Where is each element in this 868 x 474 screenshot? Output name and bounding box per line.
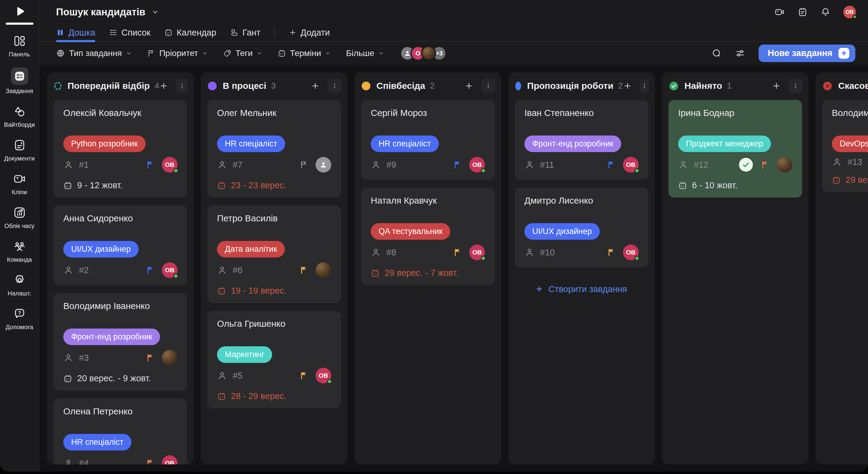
tab-gantt[interactable]: Гант <box>230 24 261 41</box>
sidebar-item-time-tracking[interactable]: Облік часу <box>0 205 39 230</box>
column-menu-button[interactable] <box>789 78 803 93</box>
role-tag: UI/UX дизайнер <box>524 223 600 240</box>
filter-label: Більше <box>346 48 374 58</box>
chevron-down-icon <box>256 50 262 56</box>
priority-flag-icon <box>147 49 155 58</box>
column-menu-button[interactable] <box>176 78 188 93</box>
filter-tags[interactable]: Теги <box>223 48 262 58</box>
status-icon-open <box>54 82 61 90</box>
card-meta-actions: ОВ <box>607 244 639 260</box>
tab-list[interactable]: Список <box>109 24 151 41</box>
task-card[interactable]: Олексій КовальчукPython розробник#1ОВ9 -… <box>54 100 187 198</box>
priority-flag-icon <box>607 160 616 169</box>
task-card[interactable]: Володимир ІваненкоФронт-енд розробник#32… <box>54 293 187 391</box>
filter-priority[interactable]: Пріоритет <box>147 48 208 58</box>
assignee-avatar[interactable]: ОВ <box>623 157 639 173</box>
notes-button[interactable] <box>798 7 808 17</box>
column-add-task-button[interactable] <box>159 81 168 90</box>
card-meta-row: #2ОВ <box>63 262 178 278</box>
team-icon <box>12 239 27 253</box>
card-meta-row: #5ОВ <box>217 368 331 383</box>
card-title: Олег Мельник <box>217 108 331 118</box>
column-add-task-button[interactable] <box>772 81 781 90</box>
user-avatar[interactable]: ОВ <box>843 6 856 19</box>
page-title: Пошук кандидатів <box>56 6 145 18</box>
sidebar-item-settings[interactable]: Налашт. <box>0 273 39 297</box>
filter-deadlines[interactable]: Терміни <box>278 48 331 58</box>
card-title: Дмитро Лисенко <box>524 196 639 206</box>
filter-task-type[interactable]: Тип завдання <box>56 48 132 58</box>
avatar-initials: ОВ <box>472 249 482 256</box>
online-status-dot <box>481 168 486 173</box>
person-icon <box>217 265 227 275</box>
column-title: Скасовано <box>838 81 868 91</box>
column-add-task-button[interactable] <box>464 81 473 90</box>
column-add-task-button[interactable] <box>311 81 320 90</box>
due-date: 19 - 19 верес. <box>217 286 331 296</box>
board-view-icon <box>56 28 64 37</box>
assignee-avatar[interactable]: ОВ <box>623 244 639 260</box>
assignee-avatar[interactable]: ОВ <box>469 157 485 173</box>
task-card[interactable]: Володимир ІDevOps Інже#1329 верес. - <box>822 100 868 192</box>
filter-bar-actions: Нове завдання + <box>712 44 855 62</box>
task-card[interactable]: Анна СидоренкоUI/UX дизайнер#2ОВ <box>54 205 187 285</box>
task-card[interactable]: Петро ВасилівДата аналітик#619 - 19 вере… <box>207 205 341 303</box>
assignee-avatar-stack[interactable]: О +3 <box>400 46 447 61</box>
sidebar-item-clips[interactable]: Кліпи <box>0 172 39 196</box>
kanban-column: Попередній відбір4Олексій КовальчукPytho… <box>47 72 194 464</box>
assignee-avatar[interactable]: ОВ <box>162 455 178 464</box>
card-meta-row: #12 <box>678 157 792 173</box>
tab-calendar[interactable]: Календар <box>164 24 216 41</box>
task-card[interactable]: Іван СтепаненкоФронт-енд розробник#11ОВ <box>515 100 648 180</box>
assignee-avatar-photo[interactable] <box>315 262 331 278</box>
search-button[interactable] <box>712 48 722 59</box>
filter-more[interactable]: Більше <box>346 48 384 58</box>
sidebar-item-whiteboards[interactable]: Вайтборди <box>0 104 39 128</box>
card-title: Володимир І <box>832 108 868 118</box>
assignee-avatar-photo[interactable] <box>162 350 178 366</box>
sidebar-item-help[interactable]: ? Допомога <box>0 307 39 331</box>
sidebar-item-tasks[interactable]: Завдання <box>0 67 39 95</box>
task-card[interactable]: Дмитро ЛисенкоUI/UX дизайнер#10ОВ <box>515 188 648 267</box>
column-title: Попередній відбір <box>67 81 150 91</box>
task-card[interactable]: Олег МельникHR спеціаліст#723 - 23 верес… <box>207 100 341 198</box>
task-card[interactable]: Сергій МорозHR спеціаліст#9ОВ <box>361 100 495 180</box>
card-title: Володимир Іваненко <box>63 301 178 311</box>
task-id: #10 <box>540 247 555 258</box>
video-call-button[interactable] <box>775 7 785 17</box>
sidebar-item-label: Кліпи <box>12 189 27 196</box>
new-task-button[interactable]: Нове завдання + <box>758 44 855 62</box>
card-title: Ірина Боднар <box>678 108 792 118</box>
card-title: Олексій Ковальчук <box>63 108 178 118</box>
project-switcher-chevron[interactable] <box>151 8 159 16</box>
assignee-avatar[interactable]: ОВ <box>469 244 485 260</box>
task-card[interactable]: Ольга ГришенкоМаркетинг#5ОВ28 - 29 верес… <box>207 311 341 408</box>
column-menu-button[interactable] <box>481 78 495 93</box>
create-task-button[interactable]: +Створити завдання <box>515 284 648 295</box>
assignee-avatar-placeholder[interactable] <box>315 157 331 173</box>
filter-label: Пріоритет <box>159 48 198 58</box>
task-card[interactable]: Наталя КравчукQA тестувальник#8ОВ29 вере… <box>361 188 495 285</box>
help-icon: ? <box>12 307 27 321</box>
column-add-task-button[interactable] <box>623 81 632 90</box>
online-status-dot <box>634 168 640 173</box>
task-card[interactable]: Ірина БоднарПроджект менеджер#126 - 10 ж… <box>669 100 802 198</box>
column-menu-button[interactable] <box>640 78 649 93</box>
assignee-avatar[interactable]: ОВ <box>162 157 178 173</box>
notifications-button[interactable] <box>820 7 831 17</box>
sidebar-item-dashboard[interactable]: Панель <box>0 34 39 58</box>
tab-board[interactable]: Дошка <box>56 24 95 41</box>
column-menu-button[interactable] <box>328 78 341 93</box>
plus-icon <box>623 81 632 90</box>
tab-add-view[interactable]: Додати <box>289 24 330 41</box>
online-status-dot <box>173 273 179 278</box>
assignee-avatar[interactable]: ОВ <box>315 368 331 383</box>
assignee-avatar-photo[interactable] <box>777 157 792 173</box>
filter-label: Теги <box>236 48 253 58</box>
sidebar-item-documents[interactable]: Документи <box>0 138 39 162</box>
sidebar-item-team[interactable]: Команда <box>0 239 39 263</box>
filter-settings-button[interactable] <box>735 48 745 59</box>
task-card[interactable]: Олена ПетренкоHR спеціаліст#4ОВ5 - 14 жо… <box>54 398 187 464</box>
assignee-avatar[interactable]: ОВ <box>162 262 178 278</box>
person-icon <box>319 161 328 169</box>
